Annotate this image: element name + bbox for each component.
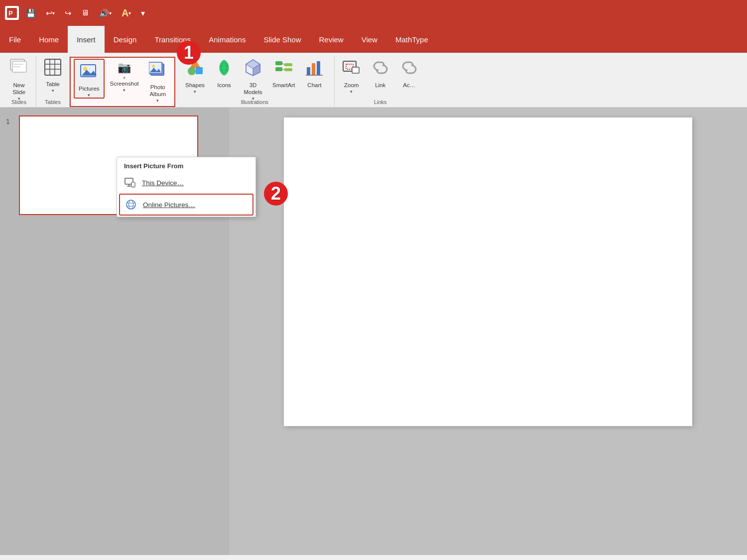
- svg-rect-30: [284, 63, 292, 66]
- font-button[interactable]: A ▾: [119, 5, 134, 21]
- online-icon: [125, 199, 137, 211]
- illustrations-group-label: Illustrations: [241, 99, 268, 105]
- menu-design[interactable]: Design: [105, 26, 146, 53]
- font-arrow: ▾: [128, 10, 131, 16]
- zoom-label: Zoom: [344, 82, 359, 89]
- screenshot-top-icon: +: [123, 75, 126, 81]
- shapes-button[interactable]: Shapes ▾: [181, 56, 209, 96]
- ribbon-group-illustrations: Shapes ▾ Icons: [175, 56, 335, 107]
- this-device-label: This Device…: [142, 179, 184, 187]
- photo-album-label: PhotoAlbum: [149, 84, 166, 98]
- online-pictures-label: Online Pictures…: [143, 201, 195, 209]
- 3d-models-icon: [244, 58, 262, 81]
- link-button[interactable]: Link: [367, 56, 394, 96]
- icons-button[interactable]: Icons: [210, 56, 238, 96]
- menu-view[interactable]: View: [353, 26, 386, 53]
- svg-rect-35: [312, 63, 315, 75]
- menu-mathtype[interactable]: MathType: [386, 26, 437, 53]
- redo-button[interactable]: ↪: [62, 6, 74, 20]
- ribbon: NewSlide ▾ Slides: [0, 53, 747, 108]
- svg-point-46: [126, 200, 135, 209]
- smartart-label: SmartArt: [272, 82, 295, 89]
- menu-animations[interactable]: Animations: [200, 26, 254, 53]
- app-icon: P: [5, 6, 19, 20]
- redo-icon: ↪: [65, 8, 71, 18]
- slides-buttons: NewSlide ▾: [5, 56, 33, 97]
- action-button[interactable]: Ac…: [395, 56, 423, 96]
- speaker-button[interactable]: 🔊 ▾: [96, 6, 115, 20]
- chart-button[interactable]: Chart: [300, 56, 328, 96]
- menubar: File Home Insert Design Transitions Anim…: [0, 26, 747, 53]
- device-icon: [124, 177, 136, 189]
- chart-label: Chart: [307, 82, 321, 89]
- svg-rect-6: [45, 59, 61, 75]
- icons-label: Icons: [217, 82, 231, 89]
- svg-point-21: [188, 67, 196, 75]
- pictures-arrow: ▾: [88, 93, 90, 98]
- menu-home[interactable]: Home: [30, 26, 68, 53]
- new-slide-button[interactable]: NewSlide ▾: [5, 56, 33, 96]
- this-device-item[interactable]: This Device…: [117, 173, 255, 193]
- links-buttons: Zoom ▾ Link: [338, 56, 423, 97]
- monitor-button[interactable]: 🖥: [78, 6, 92, 19]
- slide-number: 1: [6, 117, 14, 125]
- svg-text:P: P: [8, 9, 13, 17]
- table-arrow: ▾: [52, 88, 54, 93]
- pictures-dropdown: Insert Picture From This Device… Online …: [117, 157, 256, 217]
- links-group-label: Links: [374, 99, 387, 105]
- zoom-button[interactable]: Zoom ▾: [338, 56, 366, 96]
- photo-album-arrow: ▾: [156, 98, 159, 103]
- save-button[interactable]: 💾: [23, 6, 39, 20]
- photo-album-icon: [149, 61, 167, 83]
- new-slide-label: NewSlide: [12, 82, 25, 96]
- ribbon-group-links: Zoom ▾ Link: [335, 56, 426, 107]
- 3d-models-label: 3DModels: [244, 82, 262, 96]
- screenshot-button[interactable]: 📷 + Screenshot ▾: [106, 59, 143, 99]
- svg-line-32: [282, 63, 284, 65]
- pictures-label: Pictures: [79, 86, 100, 93]
- 3d-models-button[interactable]: 3DModels ▾: [239, 56, 267, 96]
- menu-insert[interactable]: Insert: [68, 26, 105, 53]
- action-icon: [400, 58, 419, 81]
- speaker-icon: 🔊: [99, 8, 109, 18]
- screenshot-icon: 📷: [118, 61, 131, 74]
- titlebar: P 💾 ↩ ▾ ↪ 🖥 🔊 ▾ A ▾ ▾ 1: [0, 0, 747, 26]
- screenshot-label: Screenshot: [110, 81, 139, 88]
- screenshot-arrow: ▾: [123, 88, 125, 93]
- icons-icon: [215, 58, 234, 81]
- svg-rect-36: [317, 61, 320, 75]
- pictures-button[interactable]: Pictures ▾: [74, 59, 105, 99]
- menu-review[interactable]: Review: [310, 26, 352, 53]
- shapes-label: Shapes: [185, 82, 205, 89]
- zoom-icon: [342, 58, 361, 81]
- svg-rect-28: [275, 61, 282, 65]
- menu-slideshow[interactable]: Slide Show: [254, 26, 310, 53]
- svg-point-47: [129, 200, 133, 209]
- ribbon-group-images: Pictures ▾ 📷 + Screenshot ▾: [70, 57, 175, 107]
- slide-canvas: [284, 117, 692, 426]
- svg-line-33: [282, 69, 284, 70]
- main-area: 1: [0, 108, 747, 555]
- pictures-icon: [80, 62, 99, 85]
- online-pictures-item[interactable]: Online Pictures…: [119, 194, 253, 216]
- more-icon: ▾: [141, 8, 145, 18]
- more-qa-button[interactable]: ▾: [138, 6, 148, 20]
- table-icon: [44, 58, 62, 80]
- table-label: Table: [46, 81, 60, 88]
- photo-album-button[interactable]: PhotoAlbum ▾: [144, 59, 171, 99]
- undo-button[interactable]: ↩ ▾: [43, 6, 58, 20]
- menu-transitions[interactable]: Transitions: [145, 26, 200, 53]
- svg-point-45: [133, 186, 134, 187]
- svg-rect-40: [352, 67, 359, 73]
- svg-rect-20: [196, 67, 203, 74]
- link-icon: [371, 58, 390, 81]
- ribbon-group-tables: Table ▾ Tables: [36, 56, 70, 107]
- tables-buttons: Table ▾: [39, 56, 66, 97]
- new-slide-icon: [9, 58, 28, 81]
- action-label: Ac…: [403, 82, 415, 89]
- table-button[interactable]: Table ▾: [39, 56, 66, 96]
- smartart-button[interactable]: SmartArt: [268, 56, 299, 96]
- tables-group-label: Tables: [45, 99, 61, 105]
- menu-file[interactable]: File: [0, 26, 30, 53]
- dropdown-title: Insert Picture From: [117, 157, 255, 173]
